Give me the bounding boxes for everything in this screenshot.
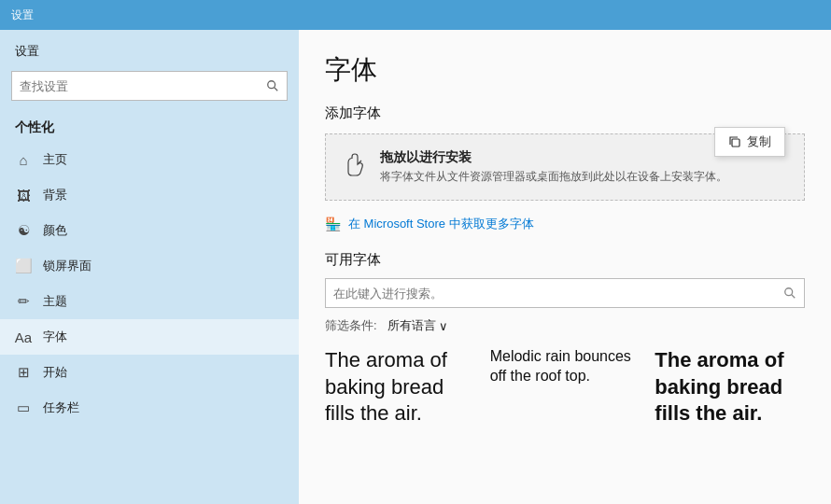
drop-zone-icon [343, 151, 369, 183]
font-card-3: The aroma of baking bread fills the air. [655, 347, 805, 427]
sidebar-item-font[interactable]: Aa字体 [0, 319, 299, 355]
drop-zone[interactable]: 拖放以进行安装 将字体文件从文件资源管理器或桌面拖放到此处以在设备上安装字体。 … [325, 133, 805, 201]
sidebar-item-home[interactable]: ⌂主页 [0, 142, 299, 177]
sidebar-item-taskbar[interactable]: ▭任务栏 [0, 390, 299, 426]
sidebar-item-background[interactable]: 🖼背景 [0, 177, 299, 213]
page-title: 字体 [325, 52, 805, 88]
font-preview-text-1: The aroma of baking bread fills the air. [325, 347, 475, 427]
start-icon: ⊞ [15, 364, 32, 381]
content-area: 字体 添加字体 拖放以进行安装 将字体文件从文件资源管理器或桌面拖放到此处以在设… [299, 30, 831, 504]
main-layout: 设置 个性化 ⌂主页🖼背景☯颜色⬜锁屏界面✏主题Aa字体⊞开始▭任务栏 字体 添… [0, 30, 831, 504]
top-bar: 设置 [0, 0, 831, 30]
home-icon: ⌂ [15, 151, 32, 168]
drop-zone-desc: 将字体文件从文件资源管理器或桌面拖放到此处以在设备上安装字体。 [380, 169, 787, 185]
sidebar-search-icon [266, 79, 279, 92]
sidebar-label-home: 主页 [43, 151, 67, 168]
filter-value-link[interactable]: 所有语言 ∨ [387, 317, 448, 334]
sidebar-item-start[interactable]: ⊞开始 [0, 355, 299, 390]
copy-icon [728, 135, 741, 148]
sidebar-item-lockscreen[interactable]: ⬜锁屏界面 [0, 248, 299, 284]
sidebar-label-taskbar: 任务栏 [43, 399, 79, 416]
store-link-text: 在 Microsoft Store 中获取更多字体 [348, 216, 534, 232]
filter-row: 筛选条件: 所有语言 ∨ [325, 317, 805, 334]
store-link[interactable]: 🏪 在 Microsoft Store 中获取更多字体 [325, 216, 805, 232]
font-search-box[interactable] [325, 278, 805, 308]
font-preview-text-2: Melodic rain bounces off the roof top. [490, 347, 641, 386]
filter-label: 筛选条件: [325, 317, 377, 334]
font-previews: The aroma of baking bread fills the air.… [325, 347, 805, 427]
copy-label: 复制 [747, 133, 771, 150]
copy-tooltip: 复制 [714, 127, 785, 157]
sidebar-label-theme: 主题 [43, 293, 67, 310]
background-icon: 🖼 [15, 187, 32, 203]
sidebar-label-background: 背景 [43, 187, 67, 203]
svg-line-2 [358, 161, 361, 164]
sidebar-label-lockscreen: 锁屏界面 [43, 258, 92, 274]
sidebar-item-color[interactable]: ☯颜色 [0, 213, 299, 248]
font-search-icon [783, 287, 796, 300]
font-search-input[interactable] [333, 287, 783, 301]
font-preview-text-3: The aroma of baking bread fills the air. [655, 347, 805, 427]
filter-value: 所有语言 [387, 317, 436, 334]
nav-list: ⌂主页🖼背景☯颜色⬜锁屏界面✏主题Aa字体⊞开始▭任务栏 [0, 142, 299, 426]
svg-point-0 [268, 81, 275, 89]
font-card-2: Melodic rain bounces off the roof top. [490, 347, 641, 427]
color-icon: ☯ [15, 222, 32, 239]
sidebar-label-color: 颜色 [43, 222, 67, 239]
sidebar-search-box[interactable] [11, 71, 288, 101]
store-icon: 🏪 [325, 217, 341, 231]
sidebar-item-theme[interactable]: ✏主题 [0, 284, 299, 319]
svg-rect-3 [732, 139, 739, 147]
sidebar-section-title: 个性化 [0, 112, 299, 142]
svg-line-5 [792, 295, 796, 299]
sidebar-header: 设置 [0, 30, 299, 67]
top-bar-title: 设置 [11, 7, 34, 23]
svg-line-1 [275, 88, 278, 91]
add-fonts-title: 添加字体 [325, 105, 805, 122]
svg-point-4 [785, 288, 793, 296]
font-card-1: The aroma of baking bread fills the air. [325, 347, 475, 427]
taskbar-icon: ▭ [15, 399, 32, 416]
sidebar-search-input[interactable] [20, 79, 266, 93]
available-fonts-title: 可用字体 [325, 251, 805, 269]
sidebar: 设置 个性化 ⌂主页🖼背景☯颜色⬜锁屏界面✏主题Aa字体⊞开始▭任务栏 [0, 30, 299, 504]
theme-icon: ✏ [15, 293, 32, 310]
lockscreen-icon: ⬜ [15, 258, 32, 274]
sidebar-label-start: 开始 [43, 364, 67, 381]
font-icon: Aa [15, 329, 32, 345]
sidebar-label-font: 字体 [43, 329, 67, 345]
chevron-down-icon: ∨ [439, 319, 448, 333]
